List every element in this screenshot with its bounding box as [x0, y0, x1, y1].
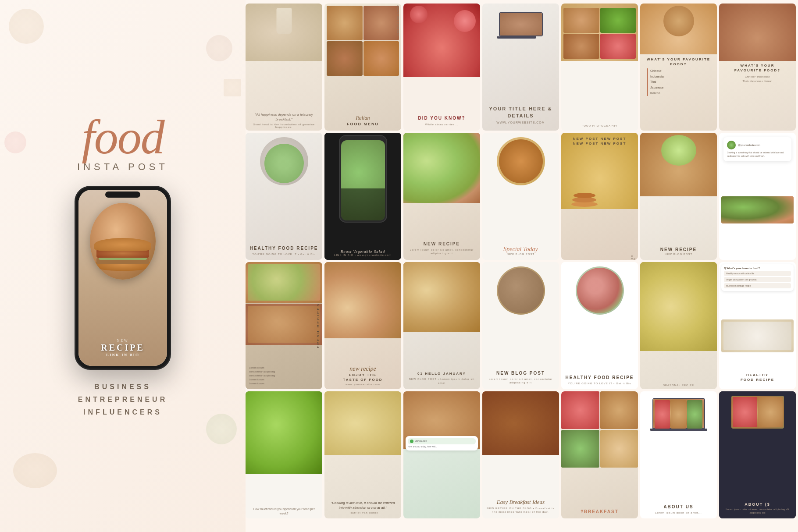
phone-link-label: LINK IN BIO	[78, 353, 167, 357]
r1c7-list: Chinese • IndonesianThai • Japanese • Ko…	[723, 74, 792, 84]
left-panel: food INSTA POST NEW RECIPE	[0, 0, 246, 532]
r2c7-text: Cooking is something that should be ente…	[727, 151, 788, 158]
template-r4c3[interactable]: MESSAGES How are you today, how well...	[403, 391, 480, 518]
template-r4c1[interactable]: How much would you spend on your food pe…	[246, 391, 322, 518]
r3c2-taste: TASTE OF FOOD	[328, 377, 398, 382]
phone-mockup: NEW RECIPE LINK IN BIO	[75, 186, 171, 370]
r2c1-title: HEALTHY FOOD RECIPE	[249, 245, 319, 252]
template-r3c1[interactable]: FRESH RECIPES Lorem ipsumconsectetur adi…	[246, 262, 322, 389]
business-line-3: INFLUENCERS	[78, 406, 167, 419]
r3c7-chat1: Healthy snack with online life	[724, 271, 791, 276]
insta-post-subtitle: INSTA POST	[77, 161, 168, 173]
r3c1-details: Lorem ipsumconsectetur adipiscingconsect…	[249, 366, 314, 386]
phone-recipe-label: RECIPE	[78, 343, 167, 353]
business-line-1: BUSINESS	[78, 381, 167, 394]
r4c4-sub: NEW RECIPE ON THE BLOG • Breakfast is th…	[486, 507, 556, 514]
template-r1c4[interactable]: YOUR TITLE HERE & DETAILS WWW.YOURWEBSIT…	[482, 4, 559, 131]
r2c1-sub: YOU'RE GOING TO LOVE IT • Get it Bio	[249, 253, 319, 255]
r2c6-sub: NEW BLOG POST	[644, 253, 713, 255]
r4c7-title: ABOUT ($	[723, 502, 792, 507]
r3c2-enjoy: ENJOY THE	[328, 372, 398, 377]
template-r4c6[interactable]: ABOUT US Lorem ipsum dolor sit amet...	[640, 391, 717, 518]
r3c7-title: HEALTHYFOOD RECIPE	[719, 372, 796, 382]
r4c6-title: ABOUT US	[644, 504, 713, 510]
r1c3-sub: While strawberries...	[407, 123, 477, 126]
template-r2c6[interactable]: NEW RECIPE NEW BLOG POST	[640, 133, 717, 260]
r3c6-label: SEASONAL RECIPE	[644, 384, 713, 387]
r3c2-url: www.yourwebsite.com	[328, 383, 398, 386]
r4c5-hashtag: #breakfast	[565, 509, 634, 515]
r1c4-title: YOUR TITLE HERE & DETAILS	[486, 106, 556, 119]
r4c4-title: Easy Breakfast Ideas	[486, 499, 556, 506]
r4c2-quote: "Cooking is like love, it should be ente…	[328, 500, 398, 510]
template-r2c4[interactable]: Special Today NEW BLOG POST	[482, 133, 559, 260]
template-r3c6[interactable]: SEASONAL RECIPE	[640, 262, 717, 389]
template-r1c7[interactable]: WHAT'S YOUR FAVOURITE FOOD? Chinese • In…	[719, 4, 796, 131]
template-r1c6[interactable]: WHAT'S YOUR FAVOURITE FOOD? ChineseIndon…	[640, 4, 717, 131]
r3c5-title: HEALTHY FOOD RECIPE	[565, 375, 634, 381]
template-r4c5[interactable]: #breakfast	[561, 391, 638, 518]
template-r2c3[interactable]: NEW RECIPE Lorem ipsum dolor sit amet, c…	[403, 133, 480, 260]
r3c1-title: FRESH RECIPES	[316, 303, 320, 348]
r2c2-sub: LINK IN BIO • www.yourwebsite.com	[328, 254, 398, 256]
r2c4-title: Special Today	[486, 246, 556, 253]
template-r4c2[interactable]: "Cooking is like love, it should be ente…	[324, 391, 401, 518]
r1c6-options: ChineseIndonesianThaiJapaneseKorean	[647, 68, 710, 96]
r2c3-title: NEW RECIPE	[407, 241, 477, 247]
r1c4-sub: WWW.YOURWEBSITE.COM	[486, 121, 556, 124]
r3c5-sub: YOU'RE GOING TO LOVE IT • Get it Bio	[565, 382, 634, 385]
template-r1c2[interactable]: DAILY MOTIVATION Italian FOOD MENU	[324, 4, 401, 131]
r1c2-subtitle: FOOD MENU	[328, 121, 398, 127]
template-r1c5[interactable]: FOOD PHOTOGRAPHY	[561, 4, 638, 131]
r1c7-subtitle: FAVOURITE FOOD?	[723, 68, 792, 73]
r2c3-sub: Lorem ipsum dolor sit amet, consectetur …	[407, 248, 477, 255]
template-r4c7[interactable]: ABOUT ($ Lorem ipsum dolor sit amet, con…	[719, 391, 796, 518]
templates-grid: "All happiness depends on a leisurely br…	[246, 4, 794, 528]
r3c3-sub: NEW BLOG POST • Lorem ipsum dolor sit am…	[407, 377, 477, 385]
r2c4-sub: NEW BLOG POST	[486, 253, 556, 255]
r4c2-author: - Harriet Van Horne	[328, 511, 398, 514]
template-r1c1[interactable]: "All happiness depends on a leisurely br…	[246, 4, 322, 131]
business-text-block: BUSINESS ENTREPRENEUR INFLUENCERS	[78, 381, 167, 419]
phone-notch	[105, 192, 140, 198]
r3c7-chat3: Mushroom cottage recipe	[724, 283, 791, 288]
r2c6-title: NEW RECIPE	[644, 247, 713, 253]
r1c5-label: FOOD PHOTOGRAPHY	[565, 124, 634, 127]
r4c3-chat-text: How are you today, how well...	[408, 445, 476, 449]
r4c6-sub: Lorem ipsum dolor sit amet...	[644, 511, 713, 515]
template-r1c3[interactable]: DID YOU KNOW? While strawberries...	[403, 4, 480, 131]
template-r4c4[interactable]: Easy Breakfast Ideas NEW RECIPE ON THE B…	[482, 391, 559, 518]
r3c3-title: 01 HELLO JANUARY	[407, 371, 477, 376]
r2c7-username: @yourwebsite.com	[738, 144, 760, 146]
r3c2-title: new recipe	[328, 365, 398, 372]
r3c4-title: NEW BLOG POST	[486, 370, 556, 376]
r2c5-newpost: NEW POST NEW POSTNEW POST NEW POST	[561, 136, 638, 146]
r1c1-sub: Good food is the foundation of genuine h…	[249, 123, 319, 128]
template-r3c4[interactable]: NEW BLOG POST Lorem ipsum dolor sit amet…	[482, 262, 559, 389]
template-r3c2[interactable]: new recipe ENJOY THE TASTE OF FOOD www.y…	[324, 262, 401, 389]
template-r2c2[interactable]: Roast Vegetable Salad LINK IN BIO • www.…	[324, 133, 401, 260]
r3c4-sub: Lorem ipsum dolor sit amet, consectetur …	[486, 378, 556, 385]
r1c2-title: Italian	[328, 115, 398, 121]
food-title: food	[82, 113, 164, 161]
r1c1-quote: "All happiness depends on a leisurely br…	[249, 112, 319, 122]
business-line-2: ENTREPRENEUR	[78, 394, 167, 406]
phone-screen: NEW RECIPE LINK IN BIO	[78, 190, 167, 366]
template-r3c5[interactable]: HEALTHY FOOD RECIPE YOU'RE GOING TO LOVE…	[561, 262, 638, 389]
r3c7-chat2: Vegan with golden self grounds	[724, 277, 791, 282]
template-r3c3[interactable]: 01 HELLO JANUARY NEW BLOG POST • Lorem i…	[403, 262, 480, 389]
r1c2-vertical: DAILY MOTIVATION	[397, 5, 399, 36]
r1c7-title: WHAT'S YOUR	[723, 63, 792, 68]
r2c2-title: Roast Vegetable Salad	[328, 249, 398, 254]
template-r2c7[interactable]: @yourwebsite.com Cooking is something th…	[719, 133, 796, 260]
template-r2c5[interactable]: NEW POST NEW POSTNEW POST NEW POST NEW R…	[561, 133, 638, 260]
r3c7-search: Q What's your favorite food?	[724, 267, 791, 270]
template-r2c1[interactable]: HEALTHY FOOD RECIPE YOU'RE GOING TO LOVE…	[246, 133, 322, 260]
r2c5-vertical: NEW RECIPE	[631, 255, 636, 260]
r4c1-question: How much would you spend on your food pe…	[249, 507, 319, 516]
phone-new-label: NEW	[78, 339, 167, 343]
r4c7-sub: Lorem ipsum dolor sit amet, consectetur …	[723, 508, 792, 515]
r1c6-title: WHAT'S YOUR FAVOURITE FOOD?	[644, 57, 713, 67]
r1c3-title: DID YOU KNOW?	[407, 115, 477, 121]
template-r3c7[interactable]: Q What's your favorite food? Healthy sna…	[719, 262, 796, 389]
